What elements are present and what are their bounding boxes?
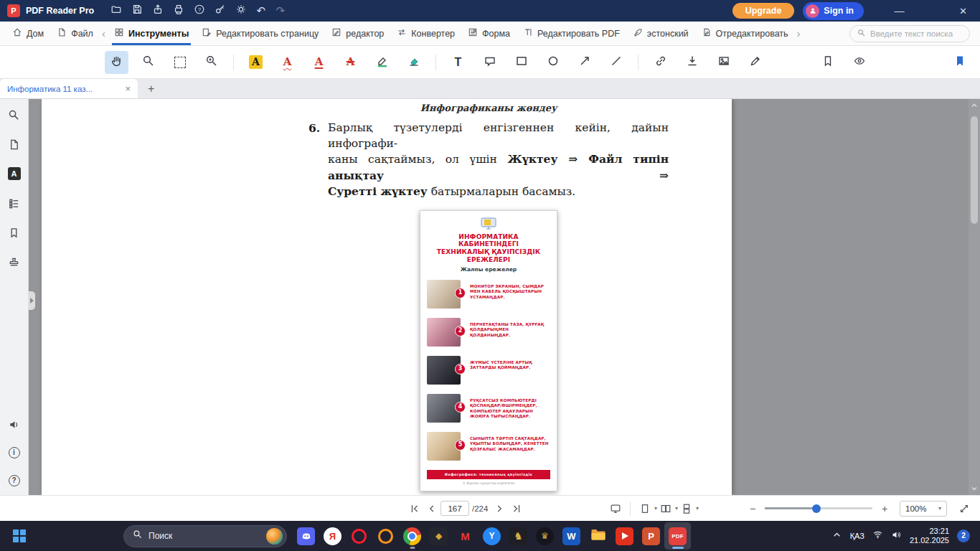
menu-edit-page[interactable]: Редактировать страницу [195, 22, 325, 45]
save-button[interactable] [126, 2, 147, 19]
zoom-out-button[interactable]: − [746, 503, 759, 514]
zoom-slider-thumb[interactable] [812, 504, 821, 513]
help-button[interactable]: ? [189, 2, 209, 19]
menu-editor[interactable]: редактор [325, 22, 390, 45]
print-button[interactable] [168, 2, 189, 19]
next-page-button[interactable] [491, 500, 508, 517]
minimize-button[interactable]: — [890, 5, 909, 17]
taskbar-app-yandex[interactable]: Я [319, 522, 346, 550]
reading-mode-button[interactable] [607, 500, 624, 517]
arrow-tool[interactable] [573, 51, 596, 74]
comment-tool[interactable] [478, 51, 501, 74]
first-page-button[interactable] [406, 500, 423, 517]
edit-content-tool[interactable] [743, 51, 767, 74]
strikethrough-tool[interactable]: A [339, 51, 362, 74]
hand-tool[interactable] [105, 51, 128, 74]
expand-button[interactable] [956, 500, 973, 517]
read-aloud-button[interactable] [8, 418, 21, 430]
panel-expand-handle[interactable] [29, 291, 35, 310]
saved-flag-button[interactable] [948, 51, 971, 74]
scrollbar-thumb[interactable] [971, 116, 978, 224]
menu-estonian[interactable]: эстонский [626, 22, 695, 45]
taskbar-app-word[interactable]: W [558, 522, 585, 550]
menu-form[interactable]: Форма [461, 22, 517, 45]
previous-page-button[interactable] [423, 500, 440, 517]
zoom-level-select[interactable]: 100%▾ [900, 501, 947, 517]
taskbar-app-explorer[interactable] [585, 522, 611, 550]
continuous-caret-icon[interactable]: ▾ [696, 505, 699, 512]
taskbar-app-mail[interactable]: М [452, 522, 479, 550]
sidebar-stamp-button[interactable] [8, 255, 21, 268]
notification-badge[interactable]: 2 [957, 529, 970, 542]
taskbar-app-opera[interactable] [346, 522, 372, 550]
zoom-area-tool[interactable] [199, 51, 223, 74]
help-circle-button[interactable]: ? [9, 475, 20, 486]
bookmark-tool[interactable] [816, 51, 839, 74]
taskbar-app-pdf-reader[interactable]: PDF [664, 522, 691, 550]
last-page-button[interactable] [508, 500, 525, 517]
menu-edit-pdf[interactable]: Редактировать PDF [517, 22, 626, 45]
menu-file[interactable]: Файл [50, 22, 100, 45]
menu-edit-more[interactable]: Отредактировать [695, 22, 795, 45]
menu-home[interactable]: Дом [6, 22, 50, 45]
squiggly-underline-tool[interactable]: A [275, 51, 299, 74]
line-tool[interactable] [604, 51, 628, 74]
upgrade-button[interactable]: Upgrade [732, 3, 795, 19]
menu-scroll-left[interactable]: ‹ [100, 27, 108, 39]
taskbar-search[interactable]: Поиск [123, 525, 287, 547]
single-page-button[interactable] [636, 500, 654, 517]
search-input[interactable] [870, 29, 962, 38]
underline-tool[interactable]: A [307, 51, 331, 74]
text-box-tool[interactable]: T [446, 51, 470, 74]
taskbar-app-chrome[interactable] [399, 522, 425, 550]
link-tool[interactable] [649, 51, 672, 74]
taskbar-app-powerpoint[interactable]: P [638, 522, 664, 550]
document-viewport[interactable]: Инфографиканы жөндеу 6. Барлық түзетулер… [29, 99, 969, 495]
taskbar-app-blue-y[interactable]: Y [479, 522, 505, 550]
undo-button[interactable]: ↶ [251, 4, 270, 17]
insert-image-tool[interactable] [712, 51, 735, 74]
taskbar-app-ok[interactable] [372, 522, 399, 550]
preview-tool[interactable] [847, 51, 871, 74]
taskbar-app-youtube[interactable] [611, 522, 638, 550]
sidebar-search-button[interactable] [8, 108, 21, 121]
close-button[interactable]: ✕ [953, 6, 973, 17]
redo-button[interactable]: ↷ [270, 4, 290, 17]
share-button[interactable] [147, 2, 168, 19]
document-tab[interactable]: Информатика 11 каз... × [0, 79, 138, 98]
password-button[interactable] [209, 2, 230, 19]
tab-close-icon[interactable]: × [125, 83, 131, 94]
taskbar-app-discord[interactable] [293, 522, 319, 550]
tray-chevron-up-icon[interactable] [831, 529, 842, 543]
highlighter-pen-tool[interactable] [370, 51, 394, 74]
zoom-in-button[interactable]: + [878, 503, 891, 514]
info-button[interactable]: i [9, 447, 20, 458]
volume-icon[interactable] [891, 529, 902, 543]
clock[interactable]: 23:21 21.02.2025 [910, 527, 949, 545]
highlight-text-tool[interactable]: A [244, 51, 268, 74]
search-highlight-thumbnail[interactable] [266, 528, 283, 545]
sidebar-text-extract-button[interactable]: A [8, 167, 21, 180]
eraser-tool[interactable] [402, 51, 425, 74]
two-page-button[interactable] [657, 500, 674, 517]
sidebar-bookmarks-button[interactable] [8, 226, 21, 239]
sidebar-thumbnails-button[interactable] [8, 138, 21, 151]
menu-search-box[interactable] [849, 25, 970, 42]
ellipse-tool[interactable] [541, 51, 565, 74]
page-number-input[interactable] [440, 501, 469, 516]
scrollbar-track[interactable] [969, 112, 980, 482]
taskbar-app-game[interactable]: ◆ [425, 522, 452, 550]
zoom-tool[interactable] [136, 51, 160, 74]
continuous-scroll-button[interactable] [678, 500, 695, 517]
menu-scroll-right[interactable]: › [795, 27, 803, 39]
signature-tool[interactable] [680, 51, 704, 74]
menu-tools[interactable]: Инструменты [108, 22, 195, 45]
menu-converter[interactable]: Конвертер [390, 22, 461, 45]
language-indicator[interactable]: ҚАЗ [850, 532, 864, 540]
scroll-up-arrow[interactable] [969, 99, 980, 112]
wifi-icon[interactable] [872, 529, 883, 543]
zoom-slider[interactable] [765, 507, 872, 509]
vertical-scrollbar[interactable] [969, 99, 980, 495]
signin-button[interactable]: Sign in [803, 2, 864, 20]
scroll-down-arrow[interactable] [969, 482, 980, 495]
